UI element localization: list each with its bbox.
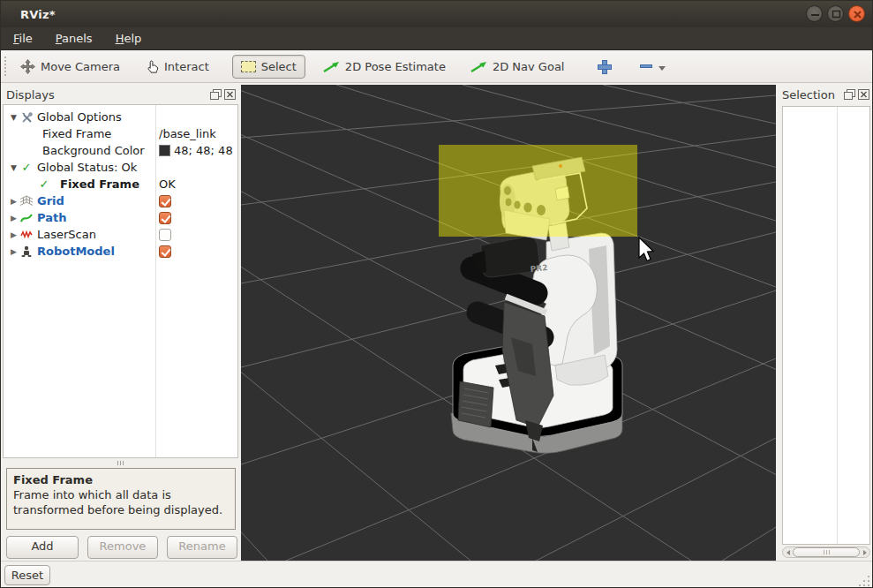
property-value[interactable]: /base_link [159, 127, 216, 140]
add-button[interactable]: Add [6, 536, 79, 559]
description-title: Fixed Frame [13, 473, 229, 488]
laserscan-display-icon [19, 229, 34, 241]
expander-closed-icon[interactable]: ▶ [11, 197, 19, 206]
scroll-left-button[interactable] [783, 547, 793, 557]
pr2-label: PR2 [530, 263, 548, 274]
display-name: LaserScan [37, 228, 96, 241]
nav-goal-arrow-icon [470, 61, 487, 72]
expander-closed-icon[interactable]: ▶ [11, 247, 19, 256]
horizontal-scrollbar[interactable] [782, 547, 870, 558]
description-body: Frame into which all data is transformed… [13, 488, 229, 518]
minus-icon [640, 64, 652, 68]
robotmodel-enabled-checkbox[interactable] [159, 245, 171, 258]
close-panel-icon[interactable] [224, 89, 236, 100]
tool-label: Move Camera [41, 60, 120, 73]
property-description: Fixed Frame Frame into which all data is… [6, 468, 236, 530]
grid-display-icon [19, 195, 34, 207]
tool-label: Select [261, 60, 297, 73]
expander-closed-icon[interactable]: ▶ [11, 230, 19, 239]
tree-row-grid[interactable]: ▶ Grid [4, 192, 237, 209]
maximize-icon [828, 6, 845, 23]
selection-list[interactable] [782, 106, 870, 545]
rviz-window: RViz* File Panels Help Move Camera [0, 0, 873, 588]
reset-button[interactable]: Reset [4, 565, 50, 585]
tool-label: 2D Nav Goal [493, 60, 565, 73]
rename-button[interactable]: Rename [167, 536, 237, 559]
close-button[interactable] [848, 5, 865, 22]
tool-select[interactable]: Select [232, 55, 305, 79]
robotmodel-display-icon [19, 245, 34, 258]
plus-icon [598, 60, 610, 72]
tree-row-global-status[interactable]: ▼ ✓ Global Status: Ok [4, 159, 237, 176]
laserscan-enabled-checkbox[interactable] [159, 229, 171, 241]
scroll-right-button[interactable] [860, 547, 869, 557]
pose-arrow-icon [323, 61, 340, 72]
remove-tool-button[interactable] [635, 59, 671, 74]
property-label: Global Status: Ok [37, 161, 137, 174]
toolbar: Move Camera Interact Select 2D Pose Esti… [1, 50, 872, 83]
float-panel-icon[interactable] [844, 89, 855, 100]
toolbar-drag-handle[interactable] [4, 57, 6, 76]
grid-enabled-checkbox[interactable] [159, 195, 171, 207]
statusbar: Reset [1, 561, 872, 588]
close-panel-icon[interactable] [858, 89, 869, 100]
property-label: Background Color [42, 144, 145, 157]
add-tool-button[interactable] [592, 57, 615, 76]
menu-panels[interactable]: Panels [56, 32, 93, 45]
display-name: Path [37, 211, 66, 224]
menu-help[interactable]: Help [116, 32, 142, 45]
float-panel-icon[interactable] [210, 89, 222, 100]
status-ok-icon: ✓ [37, 177, 51, 191]
minimize-button[interactable] [806, 5, 823, 22]
tool-label: Interact [164, 60, 209, 73]
display-name: RobotModel [37, 245, 115, 258]
resize-grip[interactable] [858, 574, 870, 586]
maximize-button[interactable] [827, 5, 844, 22]
tools-icon [19, 111, 34, 124]
scroll-left-icon [786, 550, 790, 555]
expander-open-icon[interactable]: ▼ [11, 113, 19, 122]
tree-row-laserscan[interactable]: ▶ LaserScan [4, 226, 237, 243]
tool-2d-nav-goal[interactable]: 2D Nav Goal [462, 55, 574, 79]
displays-panel-header: Displays [3, 85, 239, 104]
move-camera-icon [20, 59, 35, 74]
panel-splitter-handle[interactable] [3, 460, 238, 466]
select-rectangle-icon [241, 61, 256, 72]
color-swatch[interactable] [159, 145, 170, 156]
tool-interact[interactable]: Interact [138, 54, 218, 79]
tree-row-robotmodel[interactable]: ▶ RobotModel [4, 243, 237, 260]
property-label: Fixed Frame [42, 127, 111, 140]
property-value[interactable]: 48; 48; 48 [174, 144, 233, 157]
path-enabled-checkbox[interactable] [159, 212, 171, 224]
titlebar[interactable]: RViz* [1, 1, 872, 27]
scrollbar-thumb[interactable] [793, 547, 860, 557]
tool-2d-pose-estimate[interactable]: 2D Pose Estimate [314, 55, 455, 79]
tree-row-fixed-frame[interactable]: Fixed Frame /base_link [4, 125, 237, 142]
selection-rectangle [439, 145, 637, 237]
menubar: File Panels Help [1, 27, 872, 50]
displays-panel: Displays ▼ Global Options [3, 85, 239, 559]
expander-closed-icon[interactable]: ▶ [11, 214, 19, 222]
display-name: Grid [37, 194, 64, 207]
selection-panel-title: Selection [782, 88, 844, 102]
remove-button[interactable]: Remove [87, 536, 158, 559]
main-area: Displays ▼ Global Options [1, 83, 872, 561]
menu-file[interactable]: File [13, 32, 33, 45]
chevron-down-icon [659, 66, 666, 71]
tree-row-background-color[interactable]: Background Color 48; 48; 48 [4, 142, 237, 159]
tool-label: 2D Pose Estimate [345, 60, 446, 73]
scroll-right-icon [863, 550, 867, 555]
interact-hand-icon [147, 59, 159, 74]
selection-column-divider [837, 107, 838, 544]
expander-open-icon[interactable]: ▼ [11, 163, 19, 172]
window-title: RViz* [1, 8, 56, 21]
render-viewport[interactable]: PR2 [241, 85, 776, 561]
displays-tree: ▼ Global Options Fixed Frame /base_link [3, 104, 238, 458]
property-label: Global Options [37, 110, 122, 124]
selection-panel: Selection [779, 85, 873, 559]
tool-move-camera[interactable]: Move Camera [11, 54, 129, 79]
tree-row-path[interactable]: ▶ Path [4, 209, 237, 226]
selection-panel-header: Selection [779, 85, 873, 104]
tree-row-global-options[interactable]: ▼ Global Options [4, 109, 237, 125]
tree-row-fixed-frame-status[interactable]: ✓ Fixed Frame OK [4, 176, 237, 192]
